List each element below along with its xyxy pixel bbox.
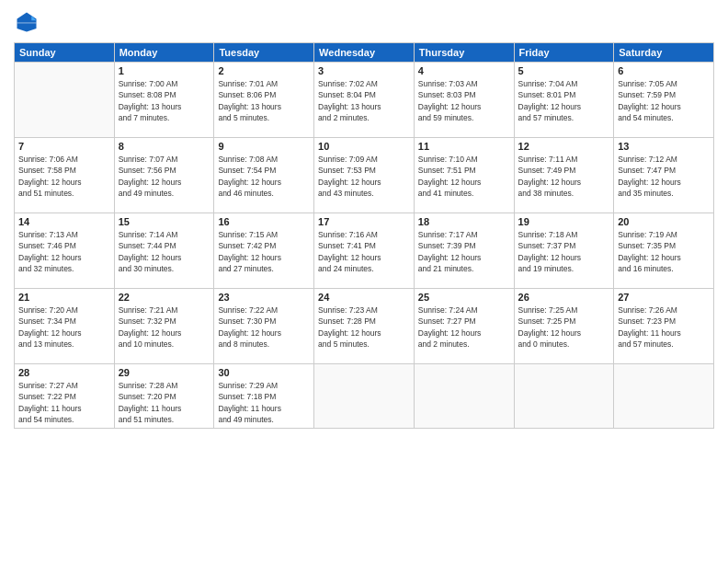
day-number: 5	[518, 65, 610, 76]
day-number: 18	[418, 216, 510, 227]
day-info: Sunrise: 7:10 AM Sunset: 7:51 PM Dayligh…	[418, 154, 510, 199]
calendar-cell: 23Sunrise: 7:22 AM Sunset: 7:30 PM Dayli…	[214, 289, 314, 364]
day-info: Sunrise: 7:21 AM Sunset: 7:32 PM Dayligh…	[119, 304, 210, 350]
calendar-cell: 17Sunrise: 7:16 AM Sunset: 7:41 PM Dayli…	[314, 213, 415, 289]
day-number: 26	[518, 292, 610, 303]
day-info: Sunrise: 7:04 AM Sunset: 8:01 PM Dayligh…	[518, 78, 610, 123]
calendar-header: SundayMondayTuesdayWednesdayThursdayFrid…	[15, 43, 714, 63]
calendar-cell: 3Sunrise: 7:02 AM Sunset: 8:04 PM Daylig…	[314, 63, 415, 138]
calendar-cell: 19Sunrise: 7:18 AM Sunset: 7:37 PM Dayli…	[514, 213, 614, 289]
calendar-cell	[314, 364, 415, 429]
day-info: Sunrise: 7:22 AM Sunset: 7:30 PM Dayligh…	[218, 304, 310, 350]
calendar-cell: 7Sunrise: 7:06 AM Sunset: 7:58 PM Daylig…	[15, 138, 115, 213]
day-info: Sunrise: 7:05 AM Sunset: 7:59 PM Dayligh…	[618, 78, 710, 123]
calendar-cell: 24Sunrise: 7:23 AM Sunset: 7:28 PM Dayli…	[314, 289, 415, 364]
day-info: Sunrise: 7:15 AM Sunset: 7:42 PM Dayligh…	[218, 229, 310, 274]
day-info: Sunrise: 7:12 AM Sunset: 7:47 PM Dayligh…	[618, 154, 710, 199]
calendar-cell: 1Sunrise: 7:00 AM Sunset: 8:08 PM Daylig…	[114, 63, 214, 138]
day-number: 28	[18, 367, 110, 378]
day-number: 25	[418, 292, 510, 303]
day-info: Sunrise: 7:07 AM Sunset: 7:56 PM Dayligh…	[119, 154, 210, 199]
calendar-cell	[414, 364, 514, 429]
day-info: Sunrise: 7:20 AM Sunset: 7:34 PM Dayligh…	[18, 304, 110, 350]
day-number: 21	[18, 292, 110, 303]
calendar-cell	[614, 364, 714, 429]
day-number: 24	[318, 292, 410, 303]
day-number: 29	[119, 367, 210, 378]
day-info: Sunrise: 7:23 AM Sunset: 7:28 PM Dayligh…	[318, 304, 410, 350]
day-info: Sunrise: 7:14 AM Sunset: 7:44 PM Dayligh…	[119, 229, 210, 274]
calendar-body: 1Sunrise: 7:00 AM Sunset: 8:08 PM Daylig…	[15, 63, 714, 429]
day-number: 30	[218, 367, 310, 378]
day-number: 20	[618, 216, 710, 227]
day-info: Sunrise: 7:24 AM Sunset: 7:27 PM Dayligh…	[418, 304, 510, 350]
calendar-cell	[15, 63, 115, 138]
calendar-cell: 2Sunrise: 7:01 AM Sunset: 8:06 PM Daylig…	[214, 63, 314, 138]
header-row: SundayMondayTuesdayWednesdayThursdayFrid…	[15, 43, 714, 63]
calendar-cell: 11Sunrise: 7:10 AM Sunset: 7:51 PM Dayli…	[414, 138, 514, 213]
calendar-cell: 16Sunrise: 7:15 AM Sunset: 7:42 PM Dayli…	[214, 213, 314, 289]
calendar-week-3: 14Sunrise: 7:13 AM Sunset: 7:46 PM Dayli…	[15, 213, 714, 289]
day-number: 23	[218, 292, 310, 303]
calendar-cell: 20Sunrise: 7:19 AM Sunset: 7:35 PM Dayli…	[614, 213, 714, 289]
calendar-cell: 21Sunrise: 7:20 AM Sunset: 7:34 PM Dayli…	[15, 289, 115, 364]
header	[14, 9, 714, 35]
day-number: 14	[18, 216, 110, 227]
calendar-cell: 30Sunrise: 7:29 AM Sunset: 7:18 PM Dayli…	[214, 364, 314, 429]
day-number: 11	[418, 141, 510, 152]
day-number: 6	[618, 65, 710, 76]
day-info: Sunrise: 7:19 AM Sunset: 7:35 PM Dayligh…	[618, 229, 710, 274]
calendar-cell: 22Sunrise: 7:21 AM Sunset: 7:32 PM Dayli…	[114, 289, 214, 364]
day-header-wednesday: Wednesday	[314, 43, 415, 63]
day-header-thursday: Thursday	[414, 43, 514, 63]
calendar-cell: 14Sunrise: 7:13 AM Sunset: 7:46 PM Dayli…	[15, 213, 115, 289]
calendar-table: SundayMondayTuesdayWednesdayThursdayFrid…	[14, 42, 714, 429]
day-info: Sunrise: 7:02 AM Sunset: 8:04 PM Dayligh…	[318, 78, 410, 123]
day-header-friday: Friday	[514, 43, 614, 63]
day-number: 13	[618, 141, 710, 152]
calendar-cell: 28Sunrise: 7:27 AM Sunset: 7:22 PM Dayli…	[15, 364, 115, 429]
day-info: Sunrise: 7:27 AM Sunset: 7:22 PM Dayligh…	[18, 380, 110, 425]
calendar-cell: 12Sunrise: 7:11 AM Sunset: 7:49 PM Dayli…	[514, 138, 614, 213]
day-info: Sunrise: 7:08 AM Sunset: 7:54 PM Dayligh…	[218, 154, 310, 199]
day-header-sunday: Sunday	[15, 43, 115, 63]
day-info: Sunrise: 7:11 AM Sunset: 7:49 PM Dayligh…	[518, 154, 610, 199]
calendar-cell: 4Sunrise: 7:03 AM Sunset: 8:03 PM Daylig…	[414, 63, 514, 138]
calendar-week-4: 21Sunrise: 7:20 AM Sunset: 7:34 PM Dayli…	[15, 289, 714, 364]
day-number: 2	[218, 65, 310, 76]
calendar-cell: 25Sunrise: 7:24 AM Sunset: 7:27 PM Dayli…	[414, 289, 514, 364]
day-header-saturday: Saturday	[614, 43, 714, 63]
logo-icon	[14, 9, 40, 35]
day-info: Sunrise: 7:06 AM Sunset: 7:58 PM Dayligh…	[18, 154, 110, 199]
day-info: Sunrise: 7:03 AM Sunset: 8:03 PM Dayligh…	[418, 78, 510, 123]
calendar-cell: 13Sunrise: 7:12 AM Sunset: 7:47 PM Dayli…	[614, 138, 714, 213]
day-number: 15	[119, 216, 210, 227]
day-info: Sunrise: 7:09 AM Sunset: 7:53 PM Dayligh…	[318, 154, 410, 199]
svg-rect-2	[17, 22, 37, 24]
day-info: Sunrise: 7:25 AM Sunset: 7:25 PM Dayligh…	[518, 304, 610, 350]
day-number: 12	[518, 141, 610, 152]
calendar-cell: 18Sunrise: 7:17 AM Sunset: 7:39 PM Dayli…	[414, 213, 514, 289]
day-info: Sunrise: 7:01 AM Sunset: 8:06 PM Dayligh…	[218, 78, 310, 123]
day-number: 19	[518, 216, 610, 227]
day-info: Sunrise: 7:28 AM Sunset: 7:20 PM Dayligh…	[119, 380, 210, 425]
calendar-cell: 6Sunrise: 7:05 AM Sunset: 7:59 PM Daylig…	[614, 63, 714, 138]
day-number: 9	[218, 141, 310, 152]
calendar-cell: 5Sunrise: 7:04 AM Sunset: 8:01 PM Daylig…	[514, 63, 614, 138]
calendar-cell: 10Sunrise: 7:09 AM Sunset: 7:53 PM Dayli…	[314, 138, 415, 213]
page: SundayMondayTuesdayWednesdayThursdayFrid…	[0, 0, 728, 563]
day-info: Sunrise: 7:18 AM Sunset: 7:37 PM Dayligh…	[518, 229, 610, 274]
day-number: 8	[119, 141, 210, 152]
day-info: Sunrise: 7:29 AM Sunset: 7:18 PM Dayligh…	[218, 380, 310, 425]
day-number: 7	[18, 141, 110, 152]
day-header-monday: Monday	[114, 43, 214, 63]
calendar-week-1: 1Sunrise: 7:00 AM Sunset: 8:08 PM Daylig…	[15, 63, 714, 138]
calendar-cell: 27Sunrise: 7:26 AM Sunset: 7:23 PM Dayli…	[614, 289, 714, 364]
day-info: Sunrise: 7:00 AM Sunset: 8:08 PM Dayligh…	[119, 78, 210, 123]
calendar-cell: 9Sunrise: 7:08 AM Sunset: 7:54 PM Daylig…	[214, 138, 314, 213]
calendar-cell: 15Sunrise: 7:14 AM Sunset: 7:44 PM Dayli…	[114, 213, 214, 289]
calendar-cell: 29Sunrise: 7:28 AM Sunset: 7:20 PM Dayli…	[114, 364, 214, 429]
day-info: Sunrise: 7:16 AM Sunset: 7:41 PM Dayligh…	[318, 229, 410, 274]
day-number: 1	[119, 65, 210, 76]
day-number: 3	[318, 65, 410, 76]
